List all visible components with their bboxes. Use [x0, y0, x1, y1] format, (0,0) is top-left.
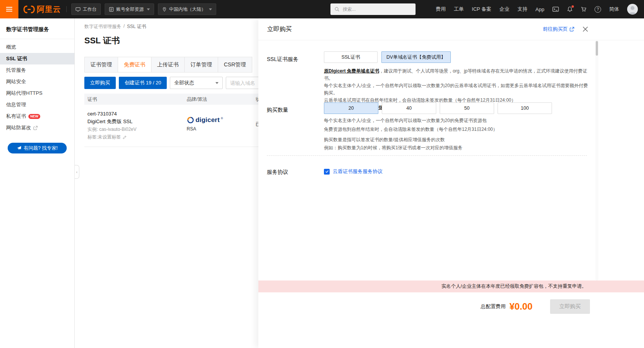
chevron-down-icon: [147, 8, 150, 10]
nav-link-enterprise[interactable]: 企业: [499, 6, 509, 13]
nav-link-tickets[interactable]: 工单: [454, 6, 464, 13]
sidebar-item-https-proxy[interactable]: 网站代理HTTPS: [0, 87, 74, 99]
breadcrumb-parent[interactable]: 数字证书管理服务: [84, 23, 121, 30]
breadcrumb-current: SSL 证书: [127, 23, 146, 30]
algorithm-label: RSA: [187, 126, 223, 132]
quantity-option-20[interactable]: 20: [324, 102, 378, 114]
nav-link-app[interactable]: App: [536, 7, 544, 12]
sidebar-item-anti-tampering[interactable]: 网站防篡改: [0, 122, 74, 134]
sidebar-item-website-security[interactable]: 网站安全: [0, 76, 74, 87]
goto-purchase-page-label: 前往购买页: [543, 26, 568, 33]
sidebar-item-managed-service[interactable]: 托管服务: [0, 64, 74, 76]
location-pin-icon: [162, 7, 167, 12]
workbench-button[interactable]: 工作台: [71, 3, 101, 15]
quantity-label: 购买数量: [267, 107, 288, 114]
workbench-icon: [76, 7, 80, 12]
tab-order-management[interactable]: 订单管理: [184, 57, 218, 73]
buy-now-button[interactable]: 立即购买: [84, 77, 116, 89]
quantity-note-4: 例如：购买数量为1的时候，将购买1张证书或者一次对应的增值服务: [324, 144, 498, 151]
tab-free-certificates[interactable]: 免费证书: [118, 57, 151, 73]
tab-bar: 证书管理 免费证书 上传证书 订单管理 CSR管理: [84, 57, 252, 73]
drawer-header-actions: 前往购买页: [543, 26, 588, 33]
total-fee-price: ¥0.00: [509, 301, 532, 312]
sidebar: 数字证书管理服务 概览 SSL 证书 托管服务 网站安全 网站代理HTTPS 信…: [0, 18, 75, 348]
drawer-header: 立即购买 前往购买页: [258, 18, 644, 40]
cloudshell-button[interactable]: [552, 7, 559, 12]
ask-expert-button[interactable]: 有问题? 找专家!: [8, 143, 67, 153]
tab-cert-management[interactable]: 证书管理: [84, 57, 118, 73]
status-filter-value: 全部状态: [174, 79, 194, 86]
terminal-icon: [552, 7, 559, 12]
digicert-free-cert-link[interactable]: 原DIgicert 免费单域名证书: [324, 68, 379, 74]
sidebar-title: 数字证书管理服务: [0, 18, 74, 39]
chevron-down-icon: [209, 8, 212, 10]
footer-summary-row: 总配置费用 ¥0.00 立即购买: [481, 299, 590, 314]
option-ssl-certificate[interactable]: SSL证书: [324, 51, 378, 63]
sidebar-item-private-ca[interactable]: 私有证书 NEW: [0, 111, 74, 122]
sidebar-item-label: 私有证书: [6, 113, 26, 120]
tab-csr-management[interactable]: CSR管理: [218, 57, 252, 73]
check-icon: [325, 170, 329, 173]
top-navbar: 阿里云 工作台 账号全部资源 中国内地（大陆）: [0, 0, 644, 18]
sidebar-item-label: 网站防篡改: [6, 124, 31, 131]
sidebar-item-label: 信息管理: [6, 101, 26, 108]
drawer-buy-now-button[interactable]: 立即购买: [550, 299, 590, 314]
quantity-option-40[interactable]: 40: [382, 102, 436, 114]
quota-notice-bar: 实名个人/企业主体在本年度已经领取免费扩容包，不支持重复申请。: [258, 280, 644, 292]
help-button[interactable]: ?: [595, 6, 601, 13]
total-fee-label: 总配置费用: [481, 303, 506, 310]
sidebar-item-overview[interactable]: 概览: [0, 41, 74, 53]
sidebar-item-label: 网站代理HTTPS: [6, 90, 43, 97]
notification-dot: [572, 5, 574, 8]
goto-purchase-page-link[interactable]: 前往购买页: [543, 26, 574, 33]
page-title: SSL 证书: [84, 35, 120, 46]
quantity-option-100[interactable]: 100: [498, 102, 552, 114]
quantity-options: 20 40 50 100: [324, 102, 552, 114]
service-type-options: SSL证书 DV单域名证书【免费试用】: [324, 51, 451, 63]
option-dv-free-trial[interactable]: DV单域名证书【免费试用】: [381, 51, 451, 63]
agreement-control: 云盾证书服务服务协议: [324, 168, 383, 175]
quantity-note-3: 购买数量是指可以签发证书的数量/提供相应增值服务的次数: [324, 136, 498, 143]
tab-upload-certificate[interactable]: 上传证书: [151, 57, 185, 73]
region-label: 中国内地（大陆）: [169, 6, 206, 13]
service-agreement-link[interactable]: 云盾证书服务服务协议: [333, 168, 383, 175]
notifications-button[interactable]: [567, 6, 573, 12]
cart-button[interactable]: [581, 7, 586, 12]
breadcrumb-separator: /: [123, 23, 125, 30]
service-desc-line-2: 每个实名主体个人/企业，一个自然年内可以领取一次数量为20的云盾单域名试用证书，…: [324, 82, 592, 97]
help-icon: ?: [596, 7, 599, 12]
hamburger-menu-button[interactable]: [0, 0, 18, 18]
close-icon: [583, 26, 588, 32]
certificate-tag: 标签:未设置标签: [87, 133, 136, 141]
quantity-note-2: 免费资源包到自然年结束时，会自动清除未签发的数量（每个自然年12月31日24:0…: [324, 126, 498, 133]
resource-scope-dropdown[interactable]: 账号全部资源: [105, 3, 154, 15]
status-filter-select[interactable]: 全部状态: [170, 77, 223, 89]
breadcrumb: 数字证书管理服务 / SSL 证书: [84, 23, 146, 30]
resource-icon: [109, 7, 114, 12]
search-input[interactable]: [343, 7, 412, 12]
create-certificate-button[interactable]: 创建证书 19 / 20: [119, 77, 167, 89]
quantity-option-50[interactable]: 50: [440, 102, 494, 114]
edit-tag-icon[interactable]: [123, 135, 127, 139]
sidebar-collapse-handle[interactable]: ‹: [75, 165, 79, 179]
quantity-note-1: 每个实名主体个人/企业，一个自然年内可以领取一次数量为20的免费证书资源包: [324, 117, 498, 124]
region-dropdown[interactable]: 中国内地（大陆）: [158, 3, 216, 15]
quantity-notes: 每个实名主体个人/企业，一个自然年内可以领取一次数量为20的免费证书资源包 免费…: [324, 117, 498, 151]
language-switcher[interactable]: 简体: [609, 6, 619, 13]
close-drawer-button[interactable]: [583, 26, 588, 32]
nav-link-icp[interactable]: ICP 备案: [472, 6, 491, 13]
avatar[interactable]: [627, 4, 638, 15]
drawer-title: 立即购买: [267, 25, 292, 33]
nav-link-billing[interactable]: 费用: [436, 6, 446, 13]
certificate-instance: 实例: cas-ivauto-Bi02eV: [87, 125, 136, 133]
aliyun-logo[interactable]: 阿里云: [18, 4, 66, 15]
global-search[interactable]: [330, 3, 416, 15]
agreement-checkbox[interactable]: [324, 169, 330, 175]
nav-link-support[interactable]: 支持: [518, 6, 527, 13]
sidebar-item-info-management[interactable]: 信息管理: [0, 99, 74, 111]
scrollbar-thumb[interactable]: [596, 41, 598, 56]
sidebar-item-ssl-certificates[interactable]: SSL 证书: [0, 53, 74, 64]
registered-mark: ®: [221, 117, 223, 120]
service-type-label: SSL证书服务: [267, 56, 298, 63]
cart-icon: [581, 7, 586, 12]
